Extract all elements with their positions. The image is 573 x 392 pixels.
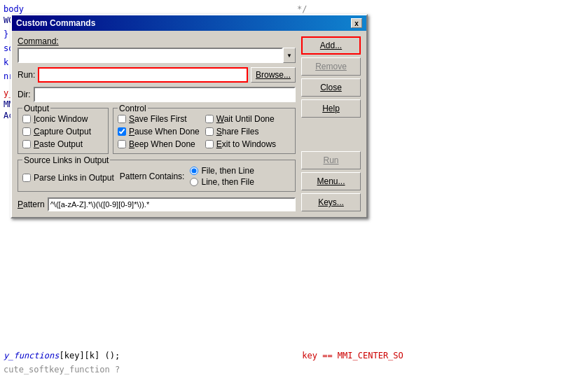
control-group-legend: Control — [118, 104, 148, 113]
file-then-line-row: File, then Line — [190, 166, 254, 176]
dir-input[interactable] — [34, 87, 296, 102]
share-files-label: Share Files — [216, 127, 259, 136]
wait-until-done-checkbox[interactable] — [205, 115, 214, 123]
menu-button[interactable]: Menu... — [301, 172, 361, 190]
add-button[interactable]: Add... — [301, 36, 361, 55]
dialog-title-bar: Custom Commands x — [12, 15, 366, 31]
dialog-right-panel: Add... Remove Close Help Run Menu... Key… — [301, 36, 361, 211]
output-group: Output Iconic Window Capture Output Past… — [18, 108, 109, 154]
dialog-left-panel: Command: ▼ Run: Browse... Dir: — [18, 36, 296, 211]
line-then-file-row: Line, then File — [190, 177, 254, 187]
pattern-contains-label: Pattern Contains: — [120, 172, 185, 181]
dialog-close-button[interactable]: x — [351, 18, 362, 28]
line-then-file-label: Line, then File — [201, 177, 254, 187]
pause-when-done-row: Pause When Done — [118, 127, 200, 136]
run-input[interactable] — [38, 67, 248, 83]
beep-when-done-label: Beep When Done — [129, 139, 195, 149]
radio-group: File, then Line Line, then File — [190, 166, 254, 187]
share-files-row: Share Files — [205, 127, 276, 136]
pause-when-done-checkbox[interactable] — [118, 127, 126, 136]
pattern-row: Pattern — [18, 197, 296, 211]
help-button[interactable]: Help — [301, 99, 361, 118]
command-dropdown-btn[interactable]: ▼ — [283, 48, 296, 63]
groups-row: Output Iconic Window Capture Output Past… — [18, 108, 296, 154]
exit-to-windows-label: Exit to Windows — [216, 139, 276, 149]
command-row: Command: ▼ — [18, 36, 296, 63]
remove-button[interactable]: Remove — [301, 57, 361, 76]
bottom-code2: cute_softkey_function ? — [0, 361, 123, 378]
pattern-label: Pattern — [18, 200, 45, 209]
save-files-checkbox[interactable] — [118, 115, 126, 123]
run-button[interactable]: Run — [301, 151, 361, 169]
beep-when-done-checkbox[interactable] — [118, 140, 126, 148]
capture-output-label: Capture Output — [34, 127, 91, 136]
source-links-legend: Source Links in Output — [22, 155, 110, 165]
iconic-window-checkbox[interactable] — [22, 115, 31, 123]
browse-button[interactable]: Browse... — [251, 67, 296, 83]
run-label: Run: — [18, 70, 35, 80]
custom-commands-dialog: Custom Commands x Command: ▼ Run: Brows — [11, 14, 368, 218]
output-group-legend: Output — [22, 104, 50, 113]
dir-label: Dir: — [18, 90, 31, 99]
iconic-window-label: Iconic Window — [34, 114, 88, 124]
pause-when-done-label: Pause When Done — [129, 127, 200, 136]
pattern-input[interactable] — [48, 197, 296, 211]
command-input[interactable] — [18, 48, 283, 63]
exit-to-windows-row: Exit to Windows — [205, 139, 276, 149]
paste-output-label: Paste Output — [34, 139, 83, 149]
save-files-row: Save Files First — [118, 114, 200, 124]
parse-links-label: Parse Links in Output — [34, 173, 114, 183]
iconic-window-row: Iconic Window — [22, 114, 104, 124]
run-row: Run: Browse... — [18, 67, 296, 83]
capture-output-row: Capture Output — [22, 127, 104, 136]
line-then-file-radio[interactable] — [190, 178, 198, 186]
dir-row: Dir: — [18, 87, 296, 102]
parse-links-row: Parse Links in Output — [22, 173, 114, 183]
command-label: Command: — [18, 36, 296, 46]
share-files-checkbox[interactable] — [205, 127, 214, 136]
keys-button[interactable]: Keys... — [301, 193, 361, 211]
close-button[interactable]: Close — [301, 78, 361, 97]
dialog-title-text: Custom Commands — [16, 18, 95, 28]
exit-to-windows-checkbox[interactable] — [205, 140, 214, 148]
capture-output-checkbox[interactable] — [22, 127, 31, 136]
file-then-line-radio[interactable] — [190, 167, 198, 175]
wait-until-done-row: Wait Until Done — [205, 114, 276, 124]
control-group: Control Save Files First Pause When Done — [113, 108, 296, 154]
paste-output-checkbox[interactable] — [22, 140, 31, 148]
source-links-group: Source Links in Output Parse Links in Ou… — [18, 160, 296, 192]
file-then-line-label: File, then Line — [201, 166, 254, 176]
save-files-label: Save Files First — [129, 114, 187, 124]
wait-until-done-label: Wait Until Done — [216, 114, 275, 124]
beep-when-done-row: Beep When Done — [118, 139, 200, 149]
paste-output-row: Paste Output — [22, 139, 104, 149]
parse-links-checkbox[interactable] — [22, 174, 31, 182]
